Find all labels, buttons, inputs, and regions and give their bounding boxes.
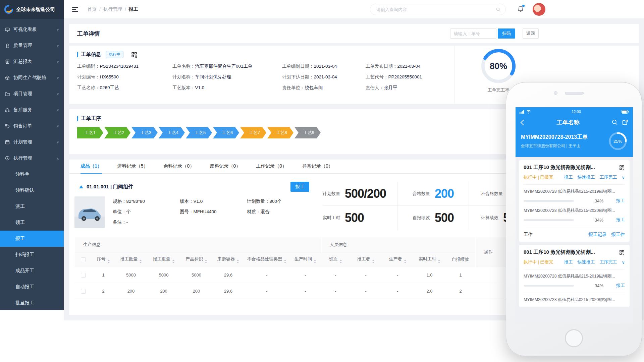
breadcrumb-execution[interactable]: 执行管理	[103, 6, 122, 12]
report-work-link[interactable]: 报工	[564, 174, 573, 180]
global-search-input[interactable]	[376, 7, 496, 12]
cell: 200	[147, 283, 180, 299]
notification-bell-icon[interactable]	[517, 5, 524, 13]
search-icon[interactable]	[612, 119, 618, 125]
sidebar-item-auto-report[interactable]: 自动报工	[0, 279, 64, 295]
sort-icon[interactable]	[139, 260, 142, 263]
col-source-container[interactable]: 来源容器	[212, 252, 244, 267]
process-step[interactable]: 工艺4	[159, 127, 185, 138]
report-work-link[interactable]: 报工作	[611, 232, 625, 238]
user-avatar[interactable]	[533, 3, 545, 16]
col-product-id[interactable]: 产品标识	[180, 252, 212, 267]
finish-process-link[interactable]: 工序完工	[599, 174, 617, 180]
report-work-link[interactable]: 报工	[616, 283, 625, 289]
col-realtime-hours[interactable]: 实时工时	[414, 252, 445, 267]
back-button[interactable]: 返回	[523, 28, 539, 39]
col-seq[interactable]: 序号	[92, 252, 115, 267]
tab-work-record[interactable]: 工作记录（0）	[256, 160, 287, 174]
col-reporter[interactable]: 报工者	[350, 252, 382, 267]
sidebar-item-claim-work[interactable]: 领工	[0, 215, 64, 231]
process-step[interactable]: 工艺1	[77, 127, 103, 138]
tab-exception-record[interactable]: 异常记录（0）	[302, 160, 333, 174]
breadcrumb-home[interactable]: 首页	[87, 6, 97, 12]
sidebar-item-cockpit[interactable]: 协同生产驾驶舱∨	[0, 70, 64, 86]
sort-icon[interactable]	[172, 260, 175, 263]
sidebar-item-reports[interactable]: 汇总报表∨	[0, 54, 64, 70]
quick-report-link[interactable]: 快速报工	[577, 259, 595, 265]
sidebar-item-label: 领工	[15, 220, 25, 226]
sidebar-item-report-work[interactable]: 报工	[0, 231, 64, 247]
process-step[interactable]: 工艺7	[240, 127, 266, 138]
cell: 5000	[180, 267, 212, 283]
back-icon[interactable]	[520, 119, 524, 126]
row-checkbox[interactable]	[81, 289, 86, 294]
search-icon[interactable]	[496, 7, 501, 12]
qr-code-icon[interactable]	[131, 51, 138, 58]
sidebar-item-planning[interactable]: 计划管理∨	[0, 134, 64, 150]
process-step[interactable]: 工艺9	[294, 127, 321, 138]
col-report-qty[interactable]: 报工数量	[115, 252, 147, 267]
scan-button[interactable]: 扫码	[498, 28, 515, 39]
report-work-link[interactable]: 报工	[616, 217, 625, 223]
tab-surplus-material[interactable]: 余料记录（0）	[164, 160, 195, 174]
sort-icon[interactable]	[205, 260, 207, 263]
process-step[interactable]: 工艺6	[213, 127, 239, 138]
row-checkbox[interactable]	[81, 273, 86, 278]
report-work-link[interactable]: 报工	[616, 198, 625, 204]
sidebar-item-dispatch[interactable]: 派工	[0, 198, 64, 215]
process-step[interactable]: 工艺8	[267, 127, 293, 138]
report-work-button[interactable]: 报工	[290, 182, 309, 192]
sidebar-item-product-start[interactable]: 成品开工	[0, 263, 64, 279]
finish-process-link[interactable]: 工序完工	[599, 259, 617, 265]
work-order-number-input[interactable]	[450, 28, 496, 39]
sort-icon[interactable]	[236, 260, 239, 263]
process-step[interactable]: 工艺2	[104, 127, 130, 138]
phone-page-title: 工单名称	[528, 119, 608, 126]
sidebar-item-quality[interactable]: 质量管理∨	[0, 38, 64, 54]
sort-icon[interactable]	[404, 260, 407, 263]
global-search[interactable]	[370, 4, 506, 15]
collapse-arrow-icon[interactable]	[79, 185, 83, 188]
sidebar-item-dashboard[interactable]: 可视化看板∨	[0, 21, 64, 38]
sidebar-item-execution[interactable]: 执行管理∧	[0, 150, 64, 166]
qr-code-icon[interactable]	[619, 249, 625, 255]
sidebar-item-scan-report[interactable]: 扫码报工	[0, 247, 64, 263]
sort-icon[interactable]	[107, 260, 110, 263]
select-all-checkbox[interactable]	[81, 257, 86, 262]
col-self-perf[interactable]: 自报绩效	[445, 252, 476, 267]
company-logo-icon	[4, 5, 13, 14]
chevron-down-icon[interactable]: ∨	[622, 260, 625, 265]
col-shift[interactable]: 班次	[321, 252, 350, 267]
col-producer[interactable]: 生产者	[382, 252, 414, 267]
sidebar-item-batch-report[interactable]: 批量报工	[0, 295, 64, 311]
sidebar-item-material-request[interactable]: 领料单	[0, 166, 64, 182]
report-work-link[interactable]: 报工	[564, 259, 573, 265]
col-production-time[interactable]: 生产时间	[289, 252, 321, 267]
tab-incoming-material[interactable]: 进料记录（5）	[117, 160, 148, 174]
col-report-weight[interactable]: 报工重量	[147, 252, 180, 267]
phone-home-button[interactable]	[565, 329, 583, 347]
scan-icon[interactable]	[622, 119, 628, 125]
tab-waste-material[interactable]: 废料记录（0）	[210, 160, 240, 174]
completion-percent: 80%	[480, 48, 517, 84]
chevron-down-icon: ∨	[57, 60, 59, 64]
tab-finished-product[interactable]: 成品（1）	[80, 160, 102, 174]
sort-icon[interactable]	[314, 260, 316, 263]
sidebar-item-material-confirm[interactable]: 领料确认	[0, 182, 64, 198]
chevron-down-icon[interactable]: ∨	[622, 175, 625, 180]
sort-icon[interactable]	[284, 260, 286, 263]
status-badge: 执行中	[106, 51, 123, 58]
menu-fold-icon[interactable]	[72, 6, 78, 12]
sidebar-item-aftersales[interactable]: 售后服务∨	[0, 102, 64, 118]
process-step[interactable]: 工艺3	[131, 127, 158, 138]
sort-icon[interactable]	[372, 260, 375, 263]
process-step[interactable]: 工艺5	[186, 127, 212, 138]
sidebar-item-projects[interactable]: 项目管理∨	[0, 86, 64, 102]
quick-report-link[interactable]: 快速报工	[577, 174, 595, 180]
sort-icon[interactable]	[339, 260, 342, 263]
qr-code-icon[interactable]	[619, 165, 625, 171]
report-record-link[interactable]: 报工记录	[589, 232, 607, 238]
sidebar-item-sales-orders[interactable]: 销售订单∨	[0, 118, 64, 134]
col-nc-handle-type[interactable]: 不合格品处理类型	[244, 252, 289, 267]
sort-icon[interactable]	[438, 260, 440, 263]
